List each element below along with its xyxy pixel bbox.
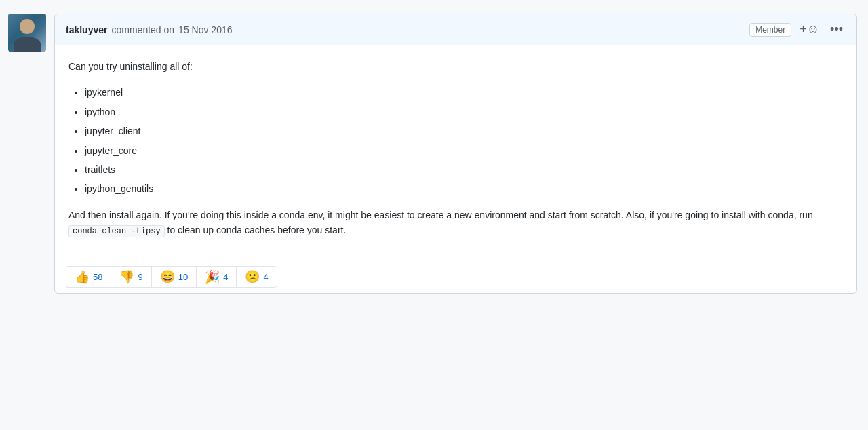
reaction-emoji-1: 👎 bbox=[119, 269, 134, 284]
list-item: traitlets bbox=[85, 162, 843, 177]
comment-body: Can you try uninstalling all of: ipykern… bbox=[55, 45, 856, 260]
reaction-count-1: 9 bbox=[138, 272, 142, 282]
body-para2-after-code: to clean up conda caches before you star… bbox=[167, 224, 347, 235]
add-emoji-button[interactable]: +☺ bbox=[797, 21, 822, 38]
comment-header: takluyver commented on 15 Nov 2016 Membe… bbox=[55, 14, 856, 45]
reaction-count-3: 4 bbox=[223, 272, 228, 282]
comment-author[interactable]: takluyver bbox=[66, 24, 107, 35]
member-badge: Member bbox=[749, 23, 791, 37]
reaction-button-2[interactable]: 😄10 bbox=[151, 266, 196, 288]
comment-box: takluyver commented on 15 Nov 2016 Membe… bbox=[54, 14, 857, 294]
reaction-button-0[interactable]: 👍58 bbox=[66, 266, 111, 288]
list-item: jupyter_core bbox=[85, 143, 843, 158]
body-intro: Can you try uninstalling all of: bbox=[68, 59, 843, 74]
comment-date: 15 Nov 2016 bbox=[178, 24, 232, 35]
list-item: jupyter_client bbox=[85, 123, 843, 138]
reaction-emoji-2: 😄 bbox=[160, 269, 175, 284]
inline-code: conda clean -tipsy bbox=[68, 225, 165, 237]
body-paragraph-2: And then install again. If you're doing … bbox=[68, 208, 843, 239]
list-item: ipykernel bbox=[85, 85, 843, 100]
add-emoji-icon: +☺ bbox=[800, 22, 819, 37]
reactions-bar: 👍58👎9😄10🎉4😕4 bbox=[55, 260, 856, 293]
comment-header-left: takluyver commented on 15 Nov 2016 bbox=[66, 24, 233, 35]
avatar bbox=[8, 14, 46, 52]
reaction-count-2: 10 bbox=[178, 272, 188, 282]
list-item: ipython bbox=[85, 104, 843, 119]
reaction-button-4[interactable]: 😕4 bbox=[236, 266, 277, 288]
reaction-emoji-3: 🎉 bbox=[205, 269, 220, 284]
reaction-button-3[interactable]: 🎉4 bbox=[196, 266, 236, 288]
reaction-button-1[interactable]: 👎9 bbox=[111, 266, 151, 288]
reaction-emoji-0: 👍 bbox=[75, 269, 90, 284]
reaction-emoji-4: 😕 bbox=[245, 269, 260, 284]
more-options-icon: ••• bbox=[830, 22, 843, 37]
reaction-count-0: 58 bbox=[93, 272, 102, 282]
list-item: ipython_genutils bbox=[85, 181, 843, 196]
package-list: ipykernelipythonjupyter_clientjupyter_co… bbox=[85, 85, 843, 196]
more-options-button[interactable]: ••• bbox=[827, 21, 846, 38]
comment-action: commented on bbox=[111, 24, 174, 35]
comment-header-right: Member +☺ ••• bbox=[749, 21, 846, 38]
body-para2-before-code: And then install again. If you're doing … bbox=[68, 210, 813, 220]
reaction-count-4: 4 bbox=[263, 272, 268, 282]
